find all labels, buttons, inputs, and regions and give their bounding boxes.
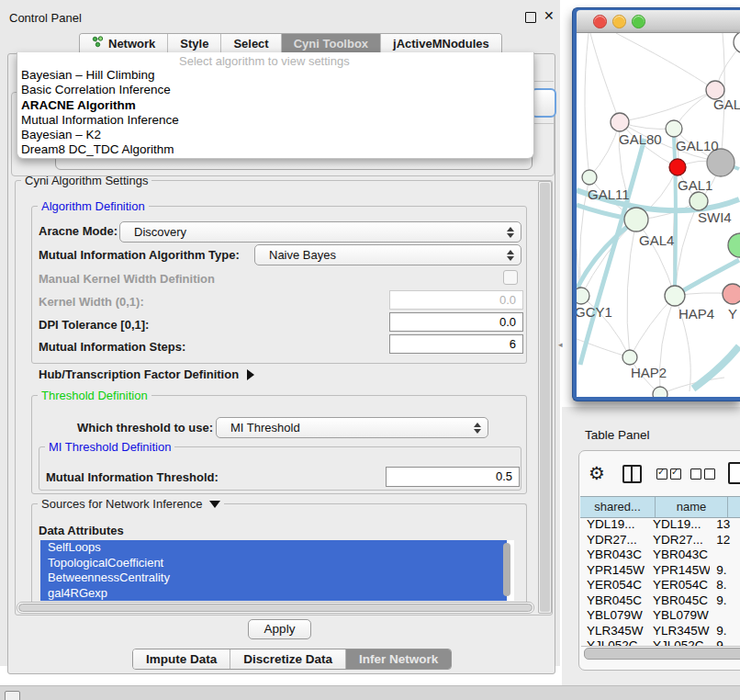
column-header[interactable]: name [656,497,728,517]
table-cell: YDL19... [580,517,646,533]
table-cell: 8. [710,578,740,593]
dropdown-item[interactable]: Basic Correlation Inference [17,83,533,97]
deselect-all-icon[interactable] [690,469,715,480]
attribute-item[interactable]: TopologicalCoefficient [40,556,507,571]
table-row[interactable]: YDL19...YDL19...13 [580,517,740,533]
tab-label: jActiveMNodules [393,34,489,54]
dropdown-item[interactable]: ARACNE Algorithm [17,98,533,113]
aracne-mode-select[interactable]: Discovery [119,221,521,243]
mi-threshold-label: Mutual Information Threshold: [46,470,219,484]
table-row[interactable]: YPR145WYPR145W9. [580,563,740,579]
column-layout-icon[interactable] [622,465,642,483]
close-panel-icon[interactable]: ✕ [544,8,555,23]
minimize-window-icon[interactable] [612,15,626,28]
dropdown-item[interactable]: Bayesian – K2 [17,128,533,142]
dropdown-item[interactable]: Bayesian – Hill Climbing [17,68,533,83]
bottom-tabbar: Impute DataDiscretize DataInfer Network [132,649,452,670]
network-node-label: Y [728,306,737,322]
aracne-mode-value: Discovery [134,225,186,239]
network-node-gal4[interactable] [624,208,648,231]
dropdown-item[interactable]: Dream8 DC_TDC Algorithm [17,142,533,157]
close-window-icon[interactable] [593,15,607,28]
network-node[interactable] [734,33,740,53]
attribute-item[interactable]: SelfLoops [40,540,507,556]
network-node-gal1[interactable] [669,159,686,175]
table-cell: 9. [710,624,740,639]
network-window-titlebar[interactable] [577,10,740,33]
network-node-hap2[interactable] [622,350,637,365]
settings-vertical-scrollbar[interactable] [538,181,552,614]
network-node[interactable] [728,233,740,257]
zoom-window-icon[interactable] [632,15,645,28]
table-row[interactable]: YLR345WYLR345W9. [580,624,740,639]
hub-definition-toggle[interactable]: Hub/Transcription Factor Definition [39,367,254,381]
algorithm-definition-legend: Algorithm Definition [38,199,149,213]
column-header[interactable]: A [728,497,740,517]
network-edge [627,220,636,357]
float-window-icon[interactable] [525,12,536,23]
export-table-icon[interactable] [728,462,740,484]
tab-network[interactable]: Network [80,34,167,54]
mi-steps-input[interactable]: 6 [389,334,523,354]
network-node-gal11[interactable] [582,170,597,185]
table-panel-title: Table Panel [585,428,650,442]
apply-button[interactable]: Apply [248,619,311,639]
network-node-gcy1[interactable] [577,288,589,304]
manual-kernel-checkbox[interactable] [503,270,518,285]
kernel-width-input[interactable]: 0.0 [389,290,523,310]
network-node-label: GAL4 [639,232,674,248]
table-cell: 9. [710,563,740,579]
bottom-tab-discretize-data[interactable]: Discretize Data [230,649,345,669]
table-row[interactable]: YER054CYER054C8. [580,578,740,593]
dropdown-item[interactable]: Mutual Information Inference [17,113,533,128]
table-row[interactable]: YDR27...YDR27...12 [580,533,740,548]
which-threshold-select[interactable]: MI Threshold [216,417,488,438]
table-horizontal-scrollbar[interactable] [581,646,740,660]
bottom-tab-infer-network[interactable]: Infer Network [345,649,451,669]
network-node-label: GAL10 [676,138,719,153]
network-node-swi4[interactable] [690,192,708,210]
network-edge [585,33,589,177]
tab-select[interactable]: Select [220,34,280,54]
attribute-item[interactable]: BetweennessCentrality [40,570,507,586]
network-canvas[interactable]: GAL7GAL80GAL10GAL1GAL11SWI4GAL4GCY1HAP4Y… [577,33,740,397]
column-header[interactable]: shared... [580,497,656,517]
table-row[interactable]: YBL079WYBL079W [580,608,740,624]
table-cell: YDR27... [580,533,646,548]
network-view-window[interactable]: GAL7GAL80GAL10GAL1GAL11SWI4GAL4GCY1HAP4Y… [572,7,740,401]
table-cell [710,608,740,624]
data-attributes-list[interactable]: SelfLoopsTopologicalCoefficientBetweenne… [40,540,514,601]
gear-icon[interactable]: ⚙ [589,462,605,484]
sources-legend[interactable]: Sources for Network Inference [38,497,224,511]
table-row[interactable]: YBR043CYBR043C [580,548,740,563]
stepper-icon [473,422,481,435]
attribute-item[interactable]: gal4RGexp [40,586,507,602]
aracne-mode-label: Aracne Mode: [39,224,118,238]
tab-label: Network [108,34,155,54]
select-all-icon[interactable] [656,469,681,480]
minimized-panel-icon[interactable] [5,691,20,700]
list-scrollbar-thumb[interactable] [503,543,510,596]
tab-label: Cyni Toolbox [294,34,368,54]
mi-algorithm-type-select[interactable]: Naive Bayes [254,244,521,265]
splitter-arrow-icon[interactable]: ◂ [558,340,563,349]
network-node-y[interactable] [723,284,740,304]
combobox-focus-button-fragment[interactable] [531,88,556,118]
network-node[interactable] [653,387,667,397]
table-cell: YLR345W [646,624,710,639]
network-node-gal80[interactable] [611,113,629,131]
network-node-hap4[interactable] [665,286,685,306]
table-row[interactable]: YJL052CYJL052C9. [580,638,740,646]
network-node-label: GAL1 [678,177,712,193]
table-cell: YBL079W [580,608,646,624]
tab-jactivemnodules[interactable]: jActiveMNodules [380,34,501,54]
tab-cyni-toolbox[interactable]: Cyni Toolbox [281,34,380,54]
bottom-tab-impute-data[interactable]: Impute Data [133,649,230,669]
settings-horizontal-scrollbar[interactable] [17,602,534,614]
mi-threshold-input[interactable]: 0.5 [386,467,520,487]
tab-style[interactable]: Style [167,34,220,54]
kernel-width-label: Kernel Width (0,1): [39,295,144,309]
network-node-gal10[interactable] [666,120,682,137]
dpi-tolerance-input[interactable]: 0.0 [389,312,523,332]
table-row[interactable]: YBR045CYBR045C9. [580,593,740,609]
